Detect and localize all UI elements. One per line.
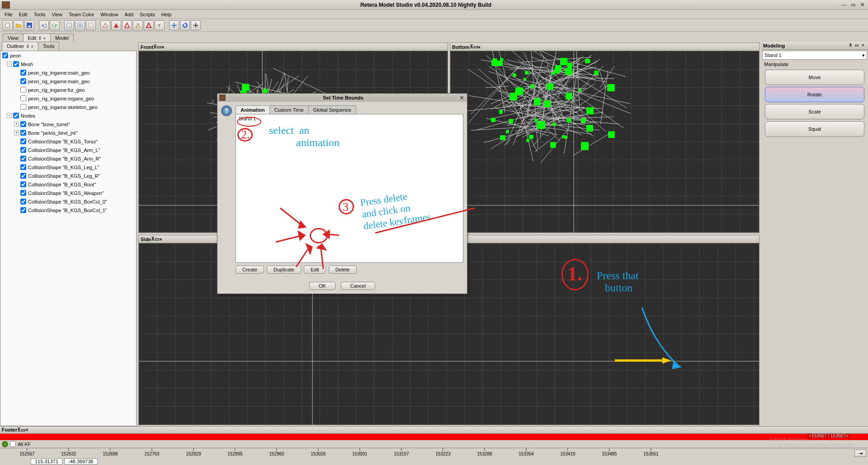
undo-icon[interactable] bbox=[39, 20, 49, 30]
outliner-mesh-check[interactable] bbox=[13, 61, 19, 67]
viewport-max-icon[interactable]: ▭ bbox=[473, 44, 478, 50]
viewport-close-icon[interactable]: × bbox=[159, 237, 162, 242]
ok-button[interactable]: OK bbox=[309, 282, 335, 290]
viewport-pin-icon[interactable]: ⊼ bbox=[151, 236, 155, 242]
panel-close-icon[interactable]: × bbox=[860, 43, 866, 48]
squat-button[interactable]: Squat bbox=[765, 121, 864, 137]
expand-icon[interactable]: + bbox=[14, 130, 19, 135]
outliner-item-check[interactable] bbox=[20, 147, 26, 153]
outliner-item-check[interactable] bbox=[20, 78, 26, 84]
viewport-close-icon[interactable]: × bbox=[478, 44, 481, 50]
viewport-max-icon[interactable]: ▭ bbox=[157, 44, 161, 50]
duplicate-button[interactable]: Duplicate bbox=[267, 266, 301, 274]
outliner-nodes-check[interactable] bbox=[13, 113, 19, 119]
dialog-tab-custom-time[interactable]: Custom Time bbox=[269, 105, 309, 114]
dialog-tab-animation[interactable]: Animation bbox=[236, 105, 270, 114]
all-kf-checkbox[interactable] bbox=[10, 441, 16, 447]
panel-max-icon[interactable]: ▭ bbox=[21, 427, 25, 433]
text-tool-icon[interactable]: T bbox=[155, 20, 165, 30]
triangle-edit-icon[interactable] bbox=[100, 20, 110, 30]
outliner-item-check[interactable] bbox=[20, 207, 26, 213]
open-file-icon[interactable] bbox=[14, 20, 24, 30]
menu-tools[interactable]: Tools bbox=[31, 11, 48, 18]
outliner-item-check[interactable] bbox=[20, 156, 26, 161]
outliner-item-check[interactable] bbox=[20, 130, 26, 136]
panel-pin-icon[interactable]: ⊼ bbox=[17, 427, 21, 433]
panel-close-icon[interactable]: × bbox=[25, 427, 28, 432]
move-tool-icon[interactable] bbox=[169, 20, 179, 30]
tab-edit-close-icon[interactable]: × bbox=[43, 36, 46, 41]
expand-icon[interactable]: + bbox=[14, 122, 19, 127]
outliner-item-check[interactable] bbox=[20, 164, 26, 170]
redo-icon[interactable] bbox=[50, 20, 60, 30]
menu-help[interactable]: Help bbox=[159, 11, 175, 18]
maximize-button[interactable]: ▭ bbox=[849, 2, 857, 8]
menu-edit[interactable]: Edit bbox=[16, 11, 30, 18]
time-bounds-button[interactable]: ⇥ bbox=[854, 450, 866, 457]
menu-add[interactable]: Add bbox=[122, 11, 136, 18]
minimize-button[interactable]: — bbox=[840, 2, 848, 8]
menu-file[interactable]: File bbox=[2, 11, 15, 18]
outliner-item-check[interactable] bbox=[20, 95, 26, 101]
timeline-scrubber[interactable]: <153567 / 153567> bbox=[0, 434, 868, 440]
play-button[interactable] bbox=[2, 441, 8, 447]
viewport-close-icon[interactable]: × bbox=[161, 44, 164, 50]
help-icon[interactable]: ? bbox=[221, 105, 232, 116]
viewport-pin-icon[interactable]: ⊼ bbox=[470, 44, 473, 50]
viewport-bottom[interactable]: Bottom⊼▭× bbox=[450, 43, 760, 233]
tab-view[interactable]: View bbox=[3, 33, 24, 42]
outliner-item-check[interactable] bbox=[20, 104, 26, 110]
tab-outliner[interactable]: Outliner⊼× bbox=[2, 42, 38, 51]
close-button[interactable]: ✕ bbox=[858, 2, 866, 8]
triangle-outline-icon[interactable] bbox=[122, 20, 132, 30]
tab-tools[interactable]: Tools bbox=[38, 42, 60, 51]
dialog-close-icon[interactable]: ✕ bbox=[458, 95, 465, 101]
animation-select[interactable]: Stand 1▾ bbox=[762, 51, 867, 60]
tab-edit[interactable]: Edit⊼× bbox=[23, 33, 51, 42]
tab-model[interactable]: Model bbox=[50, 33, 74, 42]
select-geoset-icon[interactable] bbox=[86, 20, 96, 30]
outliner-item-check[interactable] bbox=[20, 70, 26, 76]
outliner-item-check[interactable] bbox=[20, 87, 26, 93]
expand-icon[interactable]: − bbox=[7, 62, 12, 66]
save-file-icon[interactable] bbox=[24, 20, 34, 30]
outliner-item-check[interactable] bbox=[20, 199, 26, 204]
outliner-item-check[interactable] bbox=[20, 181, 26, 187]
panel-max-icon[interactable]: ▭ bbox=[854, 43, 860, 48]
expand-icon[interactable]: − bbox=[7, 113, 12, 118]
move-button[interactable]: Move bbox=[765, 70, 864, 85]
menu-scripts[interactable]: Scripts bbox=[137, 11, 158, 18]
outliner-item-check[interactable] bbox=[20, 121, 26, 127]
rotate-button[interactable]: Rotate bbox=[765, 87, 864, 102]
outliner-item-check[interactable] bbox=[20, 138, 26, 144]
viewport-max-icon[interactable]: ▭ bbox=[155, 236, 159, 242]
outliner-tree[interactable]: peon −Mesh peon_rig_ingame:main_geopeon_… bbox=[0, 51, 137, 426]
animation-list-item[interactable]: Stand 1 bbox=[237, 115, 462, 122]
dialog-tab-global-sequence[interactable]: Global Sequence bbox=[308, 105, 356, 114]
scale-tool-icon[interactable] bbox=[191, 20, 201, 30]
tab-outliner-pin-icon[interactable]: ⊼ bbox=[26, 44, 29, 49]
outliner-item-check[interactable] bbox=[20, 190, 26, 196]
outliner-item-check[interactable] bbox=[20, 173, 26, 179]
edit-button[interactable]: Edit bbox=[304, 266, 326, 274]
rotate-tool-icon[interactable] bbox=[180, 20, 190, 30]
menu-team-color[interactable]: Team Color bbox=[66, 11, 97, 18]
tab-outliner-close-icon[interactable]: × bbox=[31, 44, 33, 49]
create-button[interactable]: Create bbox=[236, 266, 264, 274]
select-face-icon[interactable] bbox=[75, 20, 85, 30]
scale-button[interactable]: Scale bbox=[765, 104, 864, 119]
menu-view[interactable]: View bbox=[49, 11, 65, 18]
delete-button[interactable]: Delete bbox=[329, 266, 357, 274]
triangle-brush-icon[interactable] bbox=[133, 20, 143, 30]
viewport-pin-icon[interactable]: ⊼ bbox=[153, 44, 157, 50]
triangle-bold-icon[interactable] bbox=[144, 20, 154, 30]
tab-edit-pin-icon[interactable]: ⊼ bbox=[38, 36, 42, 41]
panel-pin-icon[interactable]: ⊼ bbox=[847, 43, 854, 48]
new-file-icon[interactable] bbox=[3, 20, 13, 30]
triangle-fill-icon[interactable] bbox=[111, 20, 121, 30]
select-vertex-icon[interactable] bbox=[64, 20, 74, 30]
cancel-button[interactable]: Cancel bbox=[341, 282, 375, 290]
animation-listbox[interactable]: Stand 1 bbox=[236, 114, 463, 263]
outliner-root-check[interactable] bbox=[2, 52, 8, 58]
menu-window[interactable]: Window bbox=[98, 11, 121, 18]
